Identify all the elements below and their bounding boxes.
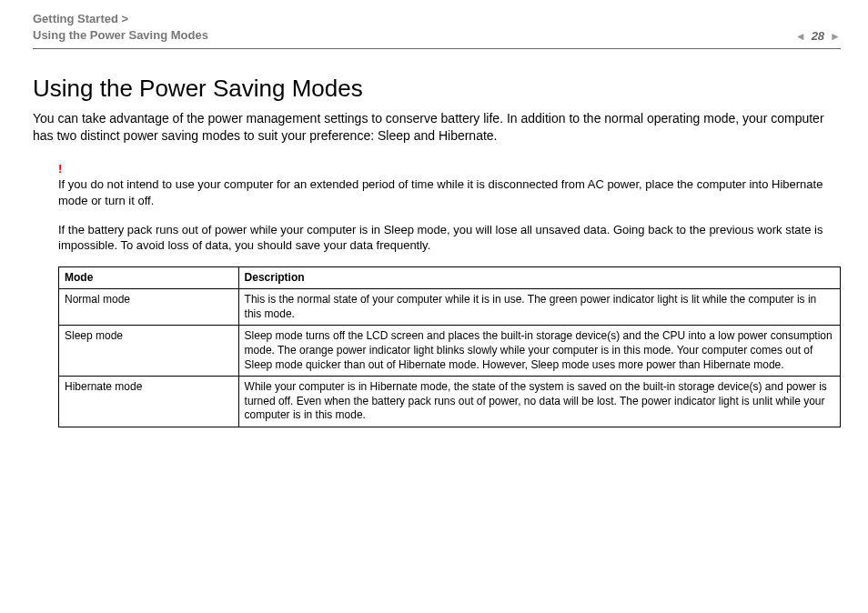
cell-description: This is the normal state of your compute… <box>238 289 840 326</box>
next-page-icon[interactable]: ► <box>830 30 841 43</box>
caution-text: If you do not intend to use your compute… <box>58 177 823 207</box>
table-row: Normal mode This is the normal state of … <box>59 289 841 326</box>
table-row: Hibernate mode While your computer is in… <box>59 377 841 427</box>
page-number: 28 <box>812 29 824 43</box>
cell-description: While your computer is in Hibernate mode… <box>238 377 840 427</box>
breadcrumb-page: Using the Power Saving Modes <box>33 27 208 44</box>
secondary-note: If the battery pack runs out of power wh… <box>58 222 841 254</box>
alert-icon: ! <box>58 161 841 177</box>
modes-table: Mode Description Normal mode This is the… <box>58 266 841 427</box>
caution-note: ! If you do not intend to use your compu… <box>58 161 841 209</box>
table-row: Sleep mode Sleep mode turns off the LCD … <box>59 326 841 377</box>
page-header: Getting Started > Using the Power Saving… <box>33 11 841 43</box>
col-header-description: Description <box>238 266 840 289</box>
header-divider <box>33 48 841 49</box>
cell-mode: Hibernate mode <box>59 377 239 427</box>
cell-description: Sleep mode turns off the LCD screen and … <box>238 326 840 377</box>
cell-mode: Sleep mode <box>59 326 239 377</box>
page-title: Using the Power Saving Modes <box>33 75 841 103</box>
table-header-row: Mode Description <box>59 266 841 289</box>
pager: ◄ 28 ► <box>795 29 841 43</box>
prev-page-icon[interactable]: ◄ <box>795 30 806 43</box>
intro-paragraph: You can take advantage of the power mana… <box>33 110 841 145</box>
breadcrumb: Getting Started > Using the Power Saving… <box>33 11 208 43</box>
breadcrumb-section: Getting Started > <box>33 11 208 27</box>
col-header-mode: Mode <box>59 266 239 289</box>
cell-mode: Normal mode <box>59 289 239 326</box>
